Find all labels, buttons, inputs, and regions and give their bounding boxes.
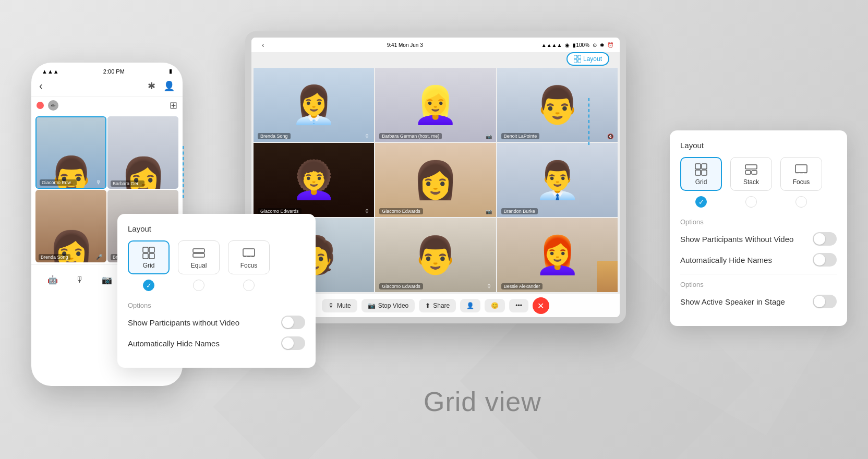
tablet-layout-option-focus[interactable]: Focus: [780, 157, 822, 208]
svg-rect-6: [243, 249, 255, 256]
tablet-share-icon: ⬆: [425, 302, 430, 309]
phone-controls-row: ✏ ⊞: [31, 96, 183, 114]
phone-focus-btn[interactable]: Focus: [228, 240, 270, 274]
tablet-cell-6[interactable]: 👨‍💼 Brandon Burke: [497, 143, 618, 217]
tablet-layout-option-stack[interactable]: Stack: [730, 157, 772, 208]
phone-layout-option-equal[interactable]: Equal: [178, 240, 220, 291]
tablet-signal-icon: ▲▲▲▲: [541, 42, 562, 48]
phone-edit-icon[interactable]: ✏: [48, 100, 58, 111]
phone-equal-btn[interactable]: Equal: [178, 240, 220, 274]
tablet-name-1: Brenda Song: [258, 133, 291, 139]
tablet-status-bar: ‹ 9:41 Mon Jun 3 ▲▲▲▲ ◉ ▮100% ⊙ ✱ ⏰: [251, 38, 620, 52]
phone-option-show-participants-label: Show Participants without Video: [128, 318, 239, 327]
phone-layout-options: Grid Equal: [128, 240, 305, 291]
tablet-stack-btn[interactable]: Stack: [730, 157, 772, 191]
tablet-cell-2[interactable]: 👱‍♀️ Barbara German (host, me) 📷: [375, 68, 496, 142]
phone-equal-label: Equal: [191, 262, 207, 269]
tablet-name-9: Bessie Alexander: [501, 283, 543, 289]
tablet-cell-1[interactable]: 👩‍💼 Brenda Song 🎙: [254, 68, 374, 142]
tablet-reactions-icon: 😊: [491, 302, 499, 309]
tablet-focus-radio[interactable]: [795, 196, 807, 208]
tablet-auto-hide-toggle[interactable]: [813, 253, 837, 267]
participants-icon[interactable]: 👤: [163, 80, 175, 92]
tablet-layout-popup: Layout Grid Sta: [670, 130, 847, 326]
phone-grid-radio[interactable]: [143, 280, 154, 291]
phone-popup-options: Options Show Participants without Video …: [128, 301, 305, 350]
phone-video-cell-2[interactable]: 👩 Barbara Ger...: [107, 116, 178, 189]
phone-video-cell-3[interactable]: 👩 Brenda Song 🎤: [35, 190, 106, 262]
phone-option-auto-hide: Automatically Hide Names: [128, 336, 305, 350]
tablet-name-8: Giacomo Edwards: [379, 283, 423, 289]
tablet-profile-icon: ⊙: [593, 42, 597, 48]
phone-layout-option-focus[interactable]: Focus: [228, 240, 270, 291]
tablet-cell-5[interactable]: 👩 Giacomo Edwards 📷: [375, 143, 496, 217]
tablet-stack-label: Stack: [743, 178, 759, 186]
tablet-share-button[interactable]: ⬆ Share: [419, 299, 456, 312]
tablet-cell-9[interactable]: 👩‍🦰 Bessie Alexander: [497, 218, 618, 292]
svg-rect-21: [795, 165, 807, 173]
tablet-wifi-icon: ◉: [565, 42, 570, 48]
phone-back-button[interactable]: ‹: [39, 80, 43, 92]
tablet-video-icon: 📷: [368, 302, 376, 309]
phone-show-participants-toggle[interactable]: [281, 316, 305, 329]
tablet-face-5: 👩: [413, 159, 458, 201]
tablet-face-8: 👨: [413, 234, 458, 276]
tablet-participants-button[interactable]: 👤: [460, 299, 480, 312]
phone-grid-btn[interactable]: Grid: [128, 240, 170, 274]
svg-rect-17: [702, 170, 707, 175]
phone-status-bar: ▲▲▲ 2:00 PM ▮: [31, 63, 183, 77]
tablet-dashed-connector: [588, 98, 589, 145]
tablet-time: 9:41 Mon Jun 3: [387, 42, 423, 48]
tablet-focus-btn[interactable]: Focus: [780, 157, 822, 191]
tablet-mic-3: 🔇: [607, 134, 613, 139]
svg-rect-13: [578, 59, 581, 63]
phone-layout-option-grid[interactable]: Grid: [128, 240, 170, 291]
tablet-options-title-1: Options: [680, 218, 837, 226]
tablet-time2-icon: ⏰: [607, 42, 613, 48]
tablet-show-participants-toggle[interactable]: [813, 232, 837, 246]
svg-rect-2: [143, 253, 148, 259]
tablet-active-speaker-toggle[interactable]: [813, 295, 837, 308]
tablet-grid-radio[interactable]: [695, 196, 707, 208]
phone-auto-hide-toggle[interactable]: [281, 336, 305, 350]
tablet-stop-video-button[interactable]: 📷 Stop Video: [361, 299, 415, 312]
tablet-end-call-button[interactable]: ✕: [533, 297, 549, 314]
tablet-layout-options: Grid Stack: [680, 157, 837, 208]
phone-focus-radio[interactable]: [243, 280, 255, 291]
tablet-layout-button[interactable]: Layout: [566, 52, 609, 66]
tablet-cell-4[interactable]: 👩‍🦱 Giacomo Edwards 🎙: [254, 143, 374, 217]
tablet-active-speaker-label: Show Active Speaker in Stage: [680, 297, 785, 306]
tablet-cell-8[interactable]: 👨 Giacomo Edwards 🎙: [375, 218, 496, 292]
phone-video-cell-1[interactable]: 👨 Giacomo Edw... 🎙: [35, 116, 106, 189]
phone-option-show-participants: Show Participants without Video: [128, 316, 305, 329]
tablet-reactions-button[interactable]: 😊: [485, 299, 505, 312]
tablet-grid-btn[interactable]: Grid: [680, 157, 722, 191]
tablet-name-5: Giacomo Edwards: [379, 208, 423, 214]
tablet-stack-icon: [744, 163, 758, 176]
tablet-face-4: 👩‍🦱: [291, 159, 336, 201]
tablet-face-9: 👩‍🦰: [535, 234, 580, 276]
svg-rect-19: [745, 171, 751, 174]
tablet-more-button[interactable]: •••: [509, 299, 528, 312]
tablet-back-button[interactable]: ‹: [258, 40, 269, 50]
svg-rect-4: [193, 249, 204, 252]
tablet-show-participants-label: Show Participants Without Video: [680, 235, 793, 244]
phone-equal-radio[interactable]: [193, 280, 204, 291]
tablet-layout-option-grid[interactable]: Grid: [680, 157, 722, 208]
tablet-mute-button[interactable]: 🎙 Mute: [322, 299, 357, 312]
phone-focus-label: Focus: [240, 262, 258, 269]
tablet-mic-5: 📷: [486, 209, 492, 214]
phone-camera-button[interactable]: 📷: [98, 270, 116, 289]
phone-mic-button[interactable]: 🎙: [70, 270, 89, 289]
svg-rect-9: [251, 257, 255, 257]
tablet-cell-3[interactable]: 👨 Benoit LaPointe 🔇: [497, 68, 618, 142]
phone-wifi-icon: ▲▲▲: [42, 68, 59, 75]
svg-rect-10: [574, 55, 577, 58]
tablet-stack-radio[interactable]: [745, 196, 757, 208]
equal-icon: [192, 246, 206, 260]
phone-layout-icon[interactable]: ⊞: [170, 100, 177, 111]
tablet-battery-icon: ▮100%: [573, 42, 589, 48]
phone-emoji-button[interactable]: 🤖: [43, 270, 62, 289]
phone-cell-mic-3: 🎤: [96, 254, 102, 260]
tablet-auto-hide-label: Automatically Hide Names: [680, 256, 772, 264]
